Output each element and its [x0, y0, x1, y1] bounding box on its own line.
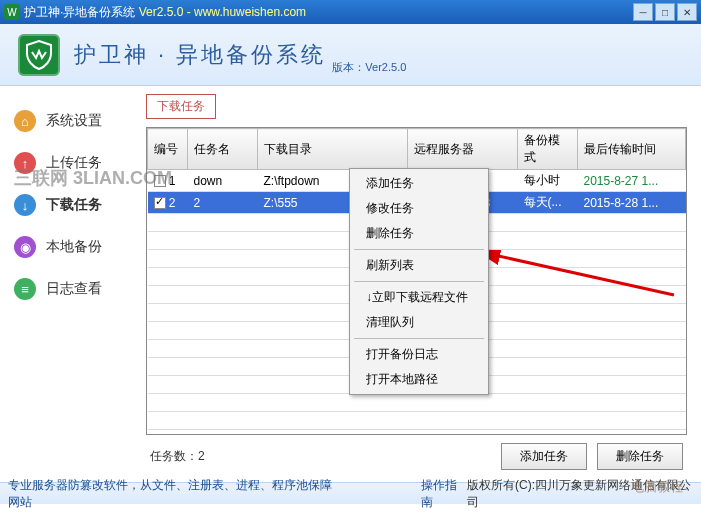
context-menu-item[interactable]: 刷新列表	[352, 253, 486, 278]
col-mode[interactable]: 备份模式	[518, 129, 578, 170]
sidebar-item-backup[interactable]: ◉本地备份	[8, 226, 138, 268]
sidebar-item-logs[interactable]: ≡日志查看	[8, 268, 138, 310]
upload-icon: ↑	[14, 152, 36, 174]
sidebar-item-download[interactable]: ↓下载任务	[8, 184, 138, 226]
close-button[interactable]: ✕	[677, 3, 697, 21]
row-checkbox[interactable]	[154, 175, 166, 187]
context-menu-separator	[354, 281, 484, 282]
app-title: 护卫神 · 异地备份系统	[74, 40, 326, 70]
context-menu-separator	[354, 338, 484, 339]
download-icon: ↓	[14, 194, 36, 216]
col-dir[interactable]: 下载目录	[258, 129, 408, 170]
col-id[interactable]: 编号	[148, 129, 188, 170]
settings-icon: ⌂	[14, 110, 36, 132]
context-menu-item[interactable]: 清理队列	[352, 310, 486, 335]
col-time[interactable]: 最后传输时间	[578, 129, 686, 170]
context-menu: 添加任务修改任务删除任务刷新列表↓立即下载远程文件清理队列打开备份日志打开本地路…	[349, 168, 489, 395]
minimize-button[interactable]: ─	[633, 3, 653, 21]
table-row	[148, 394, 686, 412]
window-title: 护卫神·异地备份系统 Ver2.5.0 - www.huweishen.com	[24, 4, 306, 21]
col-name[interactable]: 任务名	[188, 129, 258, 170]
delete-task-button[interactable]: 删除任务	[597, 443, 683, 470]
header: 护卫神 · 异地备份系统 版本：Ver2.5.0	[0, 24, 701, 86]
table-header-row: 编号 任务名 下载目录 远程服务器 备份模式 最后传输时间	[148, 129, 686, 170]
row-checkbox[interactable]	[154, 197, 166, 209]
col-server[interactable]: 远程服务器	[408, 129, 518, 170]
context-menu-item[interactable]: 添加任务	[352, 171, 486, 196]
add-task-button[interactable]: 添加任务	[501, 443, 587, 470]
log-icon: ≡	[14, 278, 36, 300]
sidebar-item-label: 系统设置	[46, 112, 102, 130]
app-logo	[18, 34, 60, 76]
app-icon-small: W	[4, 4, 20, 20]
backup-icon: ◉	[14, 236, 36, 258]
task-count: 任务数：2	[150, 448, 205, 465]
context-menu-item[interactable]: 删除任务	[352, 221, 486, 246]
table-row	[148, 430, 686, 436]
sidebar-item-label: 下载任务	[46, 196, 102, 214]
bottom-bar: 任务数：2 添加任务 删除任务	[146, 435, 687, 474]
sidebar-item-label: 本地备份	[46, 238, 102, 256]
context-menu-item[interactable]: 打开本地路径	[352, 367, 486, 392]
statusbar: 专业服务器防篡改软件，从文件、注册表、进程、程序池保障网站 操作指南 版权所有(…	[0, 482, 701, 504]
version-label: 版本：Ver2.5.0	[332, 60, 406, 75]
sidebar-item-label: 上传任务	[46, 154, 102, 172]
tab-download-tasks[interactable]: 下载任务	[146, 94, 216, 119]
context-menu-item[interactable]: ↓立即下载远程文件	[352, 285, 486, 310]
sidebar-item-label: 日志查看	[46, 280, 102, 298]
maximize-button[interactable]: □	[655, 3, 675, 21]
task-table-wrap: 编号 任务名 下载目录 远程服务器 备份模式 最后传输时间 1downZ:\ft…	[146, 127, 687, 435]
context-menu-item[interactable]: 修改任务	[352, 196, 486, 221]
titlebar: W 护卫神·异地备份系统 Ver2.5.0 - www.huweishen.co…	[0, 0, 701, 24]
context-menu-separator	[354, 249, 484, 250]
sidebar: ⌂系统设置 ↑上传任务 ↓下载任务 ◉本地备份 ≡日志查看	[0, 86, 138, 482]
main-panel: 下载任务 编号 任务名 下载目录 远程服务器 备份模式 最后传输时间 1down…	[138, 86, 701, 482]
sidebar-item-upload[interactable]: ↑上传任务	[8, 142, 138, 184]
sidebar-item-settings[interactable]: ⌂系统设置	[8, 100, 138, 142]
context-menu-item[interactable]: 打开备份日志	[352, 342, 486, 367]
table-row	[148, 412, 686, 430]
